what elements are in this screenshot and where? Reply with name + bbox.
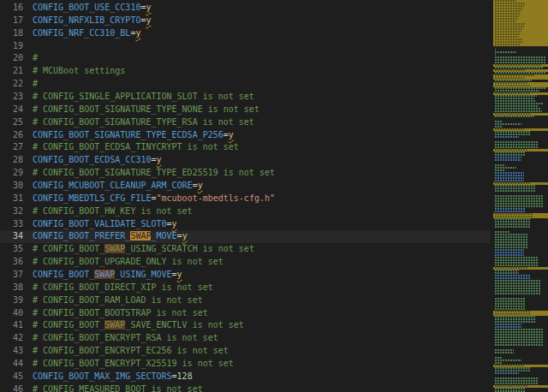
minimap-text-stroke [495,388,526,389]
code-line[interactable]: 21# MCUBoot settings [0,65,490,78]
code-line[interactable]: 31CONFIG_MBEDTLS_CFG_FILE="mcuboot-mbedt… [0,193,490,205]
minimap-text-stroke [495,77,525,79]
code-line[interactable]: 37CONFIG_BOOT_SWAP_USING_MOVE=y [0,269,490,282]
line-number[interactable]: 17 [0,15,23,27]
line-number[interactable]: 28 [0,154,23,167]
code-line[interactable]: 18CONFIG_NRF_CC310_BL=y [0,27,490,40]
code-line[interactable]: 29# CONFIG_BOOT_SIGNATURE_TYPE_ED25519 i… [0,167,490,180]
code-line[interactable]: 43# CONFIG_BOOT_ENCRYPT_EC256 is not set [0,345,490,358]
minimap-text-stroke [495,262,538,264]
code-line[interactable]: 38# CONFIG_BOOT_DIRECT_XIP is not set [0,282,490,294]
code-line[interactable]: 17CONFIG_NRFXLIB_CRYPTO=y [0,15,490,27]
code-line[interactable]: 36# CONFIG_BOOT_UPGRADE_ONLY is not set [0,256,490,269]
line-number[interactable]: 36 [0,256,23,269]
code-line[interactable]: 34CONFIG_BOOT_PREFER_SWAP_MOVE=y [0,230,490,243]
minimap-text-stroke [495,221,531,223]
code-line[interactable]: 30CONFIG_MCUBOOT_CLEANUP_ARM_CORE=y [0,180,490,193]
minimap-text-stroke [495,108,540,110]
code-line[interactable]: 35# CONFIG_BOOT_SWAP_USING_SCRATCH is no… [0,243,490,256]
code-line[interactable]: 28CONFIG_BOOT_ECDSA_CC310=y [0,154,490,167]
code-line[interactable]: 39# CONFIG_BOOT_RAM_LOAD is not set [0,294,490,307]
line-number[interactable]: 41 [0,319,23,332]
minimap-text-stroke [495,13,520,15]
code-token: CONFIG_BOOT_VALIDATE_SLOT0 [33,219,167,229]
minimap-text-stroke [495,383,538,384]
code-token: CONFIG_MCUBOOT_CLEANUP_ARM_CORE [33,181,193,190]
code-line[interactable]: 46# CONFIG_MEASURED_BOOT is not set [0,383,490,392]
line-number[interactable]: 42 [0,332,23,345]
minimap[interactable] [493,0,548,392]
minimap-text-stroke [495,318,536,320]
line-number[interactable]: 23 [0,91,23,104]
code-line[interactable]: 32# CONFIG_BOOT_HW_KEY is not set [0,205,490,218]
code-line[interactable]: 40# CONFIG_BOOT_BOOTSTRAP is not set [0,307,490,320]
line-number[interactable]: 27 [0,141,23,154]
code-line[interactable]: 26CONFIG_BOOT_SIGNATURE_TYPE_ECDSA_P256=… [0,129,490,142]
line-number[interactable]: 21 [0,65,23,78]
config-value: 128 [177,371,193,381]
minimap-text-stroke [495,272,519,274]
minimap-text-stroke [495,329,543,330]
line-number[interactable]: 40 [0,307,23,320]
minimap-text-stroke [495,167,516,169]
code-line[interactable]: 45CONFIG_BOOT_MAX_IMG_SECTORS=128 [0,371,490,383]
code-line[interactable]: 33CONFIG_BOOT_VALIDATE_SLOT0=y [0,218,490,231]
code-line[interactable]: 24# CONFIG_BOOT_SIGNATURE_TYPE_NONE is n… [0,104,490,116]
code-line[interactable]: 20# [0,52,490,65]
minimap-text-stroke [495,85,531,86]
code-line[interactable]: 44# CONFIG_BOOT_ENCRYPT_X25519 is not se… [0,358,490,371]
minimap-text-stroke [495,105,538,107]
code-lines-area[interactable]: 16CONFIG_BOOT_USE_CC310=y17CONFIG_NRFXLI… [0,2,490,392]
line-number[interactable]: 44 [0,358,23,371]
code-line[interactable]: 22# [0,78,490,91]
code-token: CONFIG_NRF_CC310_BL [33,28,130,38]
line-number[interactable]: 24 [0,104,23,116]
code-token: CONFIG_BOOT_USE_CC310 [33,3,140,12]
line-number[interactable]: 34 [0,230,23,243]
minimap-text-stroke [495,200,543,202]
line-number[interactable]: 35 [0,243,23,256]
minimap-text-stroke [495,313,531,315]
line-number[interactable]: 31 [0,193,23,205]
line-number[interactable]: 20 [0,52,23,65]
code-line[interactable]: 23# CONFIG_SINGLE_APPLICATION_SLOT is no… [0,91,490,104]
code-line[interactable]: 19 [0,40,490,53]
code-line-text: # CONFIG_BOOT_SIGNATURE_TYPE_ED25519 is … [33,167,275,180]
minimap-text-stroke [495,36,519,38]
code-token: _USING_SCRATCH is not set [125,244,254,253]
code-token: # CONFIG_BOOT_DIRECT_XIP is not set [33,282,213,292]
line-number[interactable]: 18 [0,27,23,40]
minimap-text-stroke [495,293,540,294]
line-number[interactable]: 45 [0,371,23,383]
code-line-text: # CONFIG_BOOT_ENCRYPT_RSA is not set [33,332,218,345]
code-line[interactable]: 41# CONFIG_BOOT_SWAP_SAVE_ENCTLV is not … [0,319,490,332]
code-token: # CONFIG_BOOT_ENCRYPT_EC256 is not set [33,346,229,355]
line-number[interactable]: 26 [0,129,23,142]
line-number[interactable]: 29 [0,167,23,180]
minimap-text-stroke [495,180,524,181]
code-line[interactable]: 27# CONFIG_BOOT_ECDSA_TINYCRYPT is not s… [0,141,490,154]
line-number[interactable]: 33 [0,218,23,231]
code-editor[interactable]: 16CONFIG_BOOT_USE_CC310=y17CONFIG_NRFXLI… [0,0,548,392]
code-token: # CONFIG_BOOT_UPGRADE_ONLY is not set [33,257,223,266]
minimap-text-stroke [495,80,532,81]
line-number[interactable]: 30 [0,180,23,193]
line-number[interactable]: 32 [0,205,23,218]
line-number[interactable]: 16 [0,2,23,15]
code-line[interactable]: 25# CONFIG_BOOT_SIGNATURE_TYPE_RSA is no… [0,116,490,129]
line-number[interactable]: 38 [0,282,23,294]
minimap-text-stroke [495,306,526,307]
minimap-text-stroke [495,87,546,89]
line-number[interactable]: 19 [0,40,23,53]
minimap-text-stroke [495,198,543,199]
line-number[interactable]: 43 [0,345,23,358]
line-number[interactable]: 22 [0,78,23,91]
code-line[interactable]: 42# CONFIG_BOOT_ENCRYPT_RSA is not set [0,332,490,345]
minimap-text-stroke [495,21,516,22]
code-line[interactable]: 16CONFIG_BOOT_USE_CC310=y [0,2,490,15]
line-number[interactable]: 46 [0,383,23,392]
line-number[interactable]: 37 [0,269,23,282]
code-token: CONFIG_NRFXLIB_CRYPTO [33,15,140,25]
line-number[interactable]: 39 [0,294,23,307]
line-number[interactable]: 25 [0,116,23,129]
